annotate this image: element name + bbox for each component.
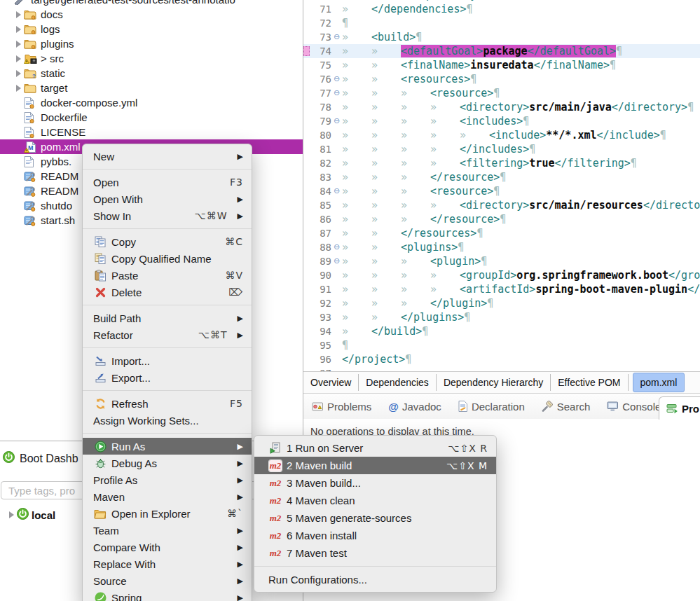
line-number[interactable]: 83 — [303, 170, 331, 184]
pom-tab-dependencies[interactable]: Dependencies — [359, 374, 437, 391]
menu-item-copy[interactable]: Copy⌘C — [83, 233, 252, 250]
pom-tab-overview[interactable]: Overview — [303, 374, 359, 391]
menu-item-6-maven-install[interactable]: m26 Maven install — [254, 527, 496, 544]
menu-item-replace-with[interactable]: Replace With▶ — [83, 555, 252, 572]
line-number[interactable]: 96 — [303, 352, 331, 366]
line-number[interactable]: 75 — [303, 58, 331, 72]
tree-item-docker-compose-yml[interactable]: docker-compose.yml — [0, 95, 303, 110]
expand-arrow-icon[interactable] — [13, 11, 24, 18]
fold-collapse-icon[interactable]: ⊖ — [331, 86, 342, 100]
line-number[interactable]: 82 — [303, 156, 331, 170]
code-line-79[interactable]: 79⊖»»»»<includes>¶ — [303, 114, 700, 128]
code-line-75[interactable]: 75»»<finalName>insuredata</finalName>¶ — [303, 58, 700, 72]
line-number[interactable]: 87 — [303, 226, 331, 240]
line-number[interactable]: 97 — [303, 366, 331, 371]
view-tab-declaration[interactable]: Declaration — [458, 401, 525, 413]
menu-item-refresh[interactable]: RefreshF5 — [83, 395, 252, 412]
menu-item-run-configurations[interactable]: Run Configurations... — [254, 571, 496, 588]
menu-item-profile-as[interactable]: Profile As▶ — [83, 471, 252, 488]
code-line-77[interactable]: 77⊖»»»<resource>¶ — [303, 86, 700, 100]
line-number[interactable]: 84 — [303, 184, 331, 198]
expand-arrow-icon[interactable] — [13, 55, 24, 62]
code-line-76[interactable]: 76⊖»»<resources>¶ — [303, 72, 700, 86]
view-tab-pro[interactable]: Pro — [659, 396, 700, 420]
line-number[interactable]: 73 — [303, 30, 331, 44]
menu-item-team[interactable]: Team▶ — [83, 522, 252, 539]
menu-item-compare-with[interactable]: Compare With▶ — [83, 539, 252, 555]
view-tab-javadoc[interactable]: @Javadoc — [388, 401, 441, 413]
expand-arrow-icon[interactable] — [6, 511, 17, 518]
code-line-86[interactable]: 86»»»</resource>¶ — [303, 212, 700, 226]
code-line-74[interactable]: 74»»<defaultGoal>package</defaultGoal>¶ — [303, 44, 700, 58]
code-line-97[interactable]: 97 — [303, 366, 700, 371]
tree-item-license[interactable]: LICENSE — [0, 125, 303, 139]
code-line-83[interactable]: 83»»»</resource>¶ — [303, 170, 700, 184]
line-number[interactable]: 81 — [303, 142, 331, 156]
menu-item-spring[interactable]: Spring▶ — [83, 589, 252, 601]
line-number[interactable]: 95 — [303, 338, 331, 352]
pom-tab-pom-xml[interactable]: pom.xml — [633, 373, 685, 392]
menu-item-2-maven-build[interactable]: m22 Maven build⌥⇧X M — [254, 457, 496, 474]
line-number[interactable]: 91 — [303, 282, 331, 296]
code-line-92[interactable]: 92»»»</plugin>¶ — [303, 296, 700, 310]
line-number[interactable]: 88 — [303, 240, 331, 254]
code-line-94[interactable]: 94»</build>¶ — [303, 324, 700, 338]
line-number[interactable]: 85 — [303, 198, 331, 212]
tree-item-target[interactable]: target — [0, 81, 303, 95]
expand-arrow-icon[interactable] — [13, 41, 24, 48]
line-number[interactable]: 90 — [303, 268, 331, 282]
menu-item-refactor[interactable]: Refactor⌥⌘T▶ — [83, 326, 252, 343]
code-line-91[interactable]: 91»»»»<artifactId>spring-boot-maven-plug… — [303, 282, 700, 296]
menu-item-show-in[interactable]: Show In⌥⌘W▶ — [83, 207, 252, 224]
menu-item-assign-working-sets[interactable]: Assign Working Sets... — [83, 412, 252, 429]
menu-item-debug-as[interactable]: Debug As▶ — [83, 455, 252, 471]
code-line-88[interactable]: 88⊖»»<plugins>¶ — [303, 240, 700, 254]
expand-arrow-icon[interactable] — [13, 70, 24, 77]
line-number[interactable]: 72 — [303, 16, 331, 30]
menu-item-source[interactable]: Source▶ — [83, 572, 252, 589]
line-number[interactable]: 94 — [303, 324, 331, 338]
view-tab-console[interactable]: Console — [607, 401, 661, 413]
fold-collapse-icon[interactable]: ⊖ — [331, 114, 342, 128]
pom-tab-dependency-hierarchy[interactable]: Dependency Hierarchy — [437, 374, 551, 391]
code-line-89[interactable]: 89⊖»»»<plugin>¶ — [303, 254, 700, 268]
menu-item-export[interactable]: Export... — [83, 369, 252, 386]
menu-item-open-in-explorer[interactable]: Open in Explorer⌘` — [83, 505, 252, 522]
code-line-82[interactable]: 82»»»»<filtering>true</filtering>¶ — [303, 156, 700, 170]
pom-tab-effective-pom[interactable]: Effective POM — [551, 374, 628, 391]
code-line-73[interactable]: 73⊖»<build>¶ — [303, 30, 700, 44]
menu-item-7-maven-test[interactable]: m27 Maven test — [254, 544, 496, 562]
line-number[interactable]: 86 — [303, 212, 331, 226]
line-number[interactable]: 78 — [303, 100, 331, 114]
code-line-81[interactable]: 81»»»»</includes>¶ — [303, 142, 700, 156]
code-line-87[interactable]: 87»»</resources>¶ — [303, 226, 700, 240]
line-number[interactable]: 76 — [303, 72, 331, 86]
menu-item-run-as[interactable]: Run As▶ — [83, 438, 252, 455]
code-line-85[interactable]: 85»»»»<directory>src/main/resources</dir… — [303, 198, 700, 212]
menu-item-delete[interactable]: Delete⌦ — [83, 284, 252, 300]
tree-item-target-generated-test-sources-test-annotatio[interactable]: target/generated-test-sources/test-annot… — [0, 0, 303, 7]
code-line-96[interactable]: 96</project>¶ — [303, 352, 700, 366]
tree-item-src[interactable]: > src — [0, 51, 303, 66]
menu-item-paste[interactable]: Paste⌘V — [83, 267, 252, 284]
tree-item-logs[interactable]: logs — [0, 22, 303, 36]
fold-collapse-icon[interactable]: ⊖ — [331, 184, 342, 198]
code-line-93[interactable]: 93»»</plugins>¶ — [303, 310, 700, 324]
fold-collapse-icon[interactable]: ⊖ — [331, 72, 342, 86]
view-tab-search[interactable]: Search — [542, 401, 591, 413]
code-line-84[interactable]: 84⊖»»»<resource>¶ — [303, 184, 700, 198]
expand-arrow-icon[interactable] — [13, 85, 24, 92]
code-line-80[interactable]: 80»»»»»<include>**/*.xml</include>¶ — [303, 128, 700, 142]
menu-item-import[interactable]: Import... — [83, 352, 252, 369]
code-line-90[interactable]: 90»»»»<groupId>org.springframework.boot<… — [303, 268, 700, 282]
menu-item-4-maven-clean[interactable]: m24 Maven clean — [254, 492, 496, 509]
menu-item-maven[interactable]: Maven▶ — [83, 488, 252, 505]
line-number[interactable]: 80 — [303, 128, 331, 142]
code-line-72[interactable]: 72¶ — [303, 16, 700, 30]
fold-collapse-icon[interactable]: ⊖ — [331, 30, 342, 44]
menu-item-open[interactable]: OpenF3 — [83, 174, 252, 191]
menu-item-5-maven-generate-sources[interactable]: m25 Maven generate-sources — [254, 509, 496, 527]
fold-collapse-icon[interactable]: ⊖ — [331, 240, 342, 254]
expand-arrow-icon[interactable] — [13, 26, 24, 33]
menu-item-open-with[interactable]: Open With▶ — [83, 191, 252, 207]
